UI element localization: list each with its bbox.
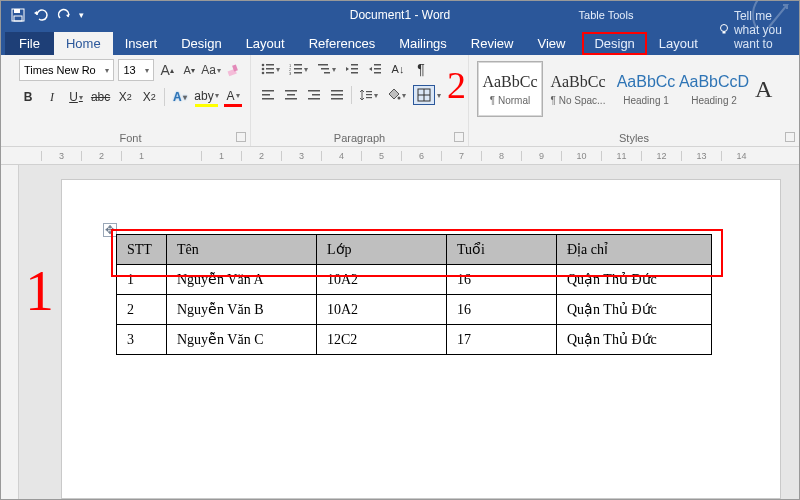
decrease-indent-button[interactable] (343, 59, 361, 79)
tab-layout[interactable]: Layout (234, 32, 297, 55)
vertical-ruler[interactable] (1, 165, 19, 499)
svg-point-44 (398, 97, 401, 100)
table-row[interactable]: 1 Nguyễn Văn A 10A2 16 Quận Thủ Đức (117, 265, 712, 295)
lightbulb-icon (718, 23, 730, 38)
svg-rect-40 (331, 98, 343, 100)
style-heading2[interactable]: AaBbCcD Heading 2 (681, 61, 747, 117)
svg-rect-15 (294, 64, 302, 66)
bullets-button[interactable]: ▾ (259, 59, 282, 79)
font-name-combo[interactable]: Times New Ro▾ (19, 59, 114, 81)
group-paragraph: ▾ 123▾ ▾ A↓ ¶ ▾ ▾ ▾ Paragraph (251, 55, 469, 146)
svg-rect-43 (366, 97, 372, 98)
table-header-row[interactable]: STT Tên Lớp Tuổi Địa chỉ (117, 235, 712, 265)
undo-icon[interactable] (33, 8, 49, 22)
clear-formatting-button[interactable] (224, 61, 242, 79)
shading-button[interactable]: ▾ (385, 85, 408, 105)
italic-button[interactable]: I (43, 87, 61, 107)
qat-more-icon[interactable]: ▾ (79, 10, 84, 20)
svg-rect-26 (374, 64, 381, 66)
bold-button[interactable]: B (19, 87, 37, 107)
page[interactable]: ✥ STT Tên Lớp Tuổi Địa chỉ 1 Nguyễn Văn … (61, 179, 781, 499)
multilevel-button[interactable]: ▾ (315, 59, 338, 79)
tab-design[interactable]: Design (169, 32, 233, 55)
highlight-button[interactable]: aby▾ (195, 87, 218, 107)
subscript-button[interactable]: X2 (116, 87, 134, 107)
svg-text:3: 3 (289, 71, 292, 75)
font-dialog-launcher[interactable] (236, 132, 246, 142)
table-row[interactable]: 2 Nguyễn Văn B 10A2 16 Quận Thủ Đức (117, 295, 712, 325)
justify-button[interactable] (328, 85, 346, 105)
svg-rect-20 (318, 64, 328, 66)
svg-rect-13 (266, 72, 274, 74)
line-spacing-button[interactable]: ▾ (357, 85, 380, 105)
annotation-2: 2 (447, 63, 466, 107)
change-case-button[interactable]: Aa▾ (202, 61, 220, 79)
align-right-button[interactable] (305, 85, 323, 105)
tab-table-layout[interactable]: Layout (647, 32, 710, 55)
grow-font-button[interactable]: A▴ (158, 61, 176, 79)
group-label-paragraph: Paragraph (251, 132, 468, 144)
header-diachi[interactable]: Địa chỉ (557, 235, 712, 265)
borders-button[interactable] (413, 85, 435, 105)
group-styles: AaBbCc ¶ Normal AaBbCc ¶ No Spac... AaBb… (469, 55, 799, 146)
table-move-handle[interactable]: ✥ (103, 223, 117, 237)
redo-icon[interactable] (57, 8, 71, 22)
styles-dialog-launcher[interactable] (785, 132, 795, 142)
align-center-button[interactable] (282, 85, 300, 105)
svg-rect-17 (294, 68, 302, 70)
shrink-font-button[interactable]: A▾ (180, 61, 198, 79)
header-ten[interactable]: Tên (167, 235, 317, 265)
svg-rect-27 (374, 68, 381, 70)
text-effects-button[interactable]: A▾ (171, 87, 189, 107)
tab-insert[interactable]: Insert (113, 32, 170, 55)
tab-file[interactable]: File (5, 32, 54, 55)
svg-rect-29 (262, 90, 274, 92)
sort-button[interactable]: A↓ (389, 59, 407, 79)
tab-table-design[interactable]: Design (582, 32, 646, 55)
svg-rect-38 (331, 90, 343, 92)
svg-rect-32 (285, 90, 297, 92)
chevron-down-icon: ▾ (145, 66, 149, 75)
strikethrough-button[interactable]: abc (91, 87, 110, 107)
style-no-spacing[interactable]: AaBbCc ¶ No Spac... (545, 61, 611, 117)
tell-me[interactable]: Tell me what you want to (710, 5, 799, 55)
tab-references[interactable]: References (297, 32, 387, 55)
ribbon: Times New Ro▾ 13▾ A▴ A▾ Aa▾ B I U▾ abc X… (1, 55, 799, 147)
chevron-down-icon: ▾ (105, 66, 109, 75)
document-table[interactable]: STT Tên Lớp Tuổi Địa chỉ 1 Nguyễn Văn A … (116, 234, 712, 355)
underline-button[interactable]: U▾ (67, 87, 85, 107)
style-heading1[interactable]: AaBbCc Heading 1 (613, 61, 679, 117)
svg-rect-41 (366, 91, 372, 92)
show-marks-button[interactable]: ¶ (412, 59, 430, 79)
font-size-combo[interactable]: 13▾ (118, 59, 154, 81)
group-label-font: Font (11, 132, 250, 144)
style-normal[interactable]: AaBbCc ¶ Normal (477, 61, 543, 117)
table-row[interactable]: 3 Nguyễn Văn C 12C2 17 Quận Thủ Đức (117, 325, 712, 355)
header-lop[interactable]: Lớp (317, 235, 447, 265)
group-label-styles: Styles (469, 132, 799, 144)
tab-review[interactable]: Review (459, 32, 526, 55)
superscript-button[interactable]: X2 (140, 87, 158, 107)
svg-rect-1 (14, 9, 20, 13)
save-icon[interactable] (11, 8, 25, 22)
tab-view[interactable]: View (525, 32, 577, 55)
font-color-button[interactable]: A▾ (224, 87, 242, 107)
header-tuoi[interactable]: Tuổi (447, 235, 557, 265)
align-left-button[interactable] (259, 85, 277, 105)
header-stt[interactable]: STT (117, 235, 167, 265)
svg-rect-19 (294, 72, 302, 74)
group-font: Times New Ro▾ 13▾ A▴ A▾ Aa▾ B I U▾ abc X… (11, 55, 251, 146)
svg-rect-11 (266, 68, 274, 70)
paragraph-dialog-launcher[interactable] (454, 132, 464, 142)
tab-mailings[interactable]: Mailings (387, 32, 459, 55)
svg-rect-9 (266, 64, 274, 66)
increase-indent-button[interactable] (366, 59, 384, 79)
numbering-button[interactable]: 123▾ (287, 59, 310, 79)
svg-point-12 (262, 72, 265, 75)
svg-rect-37 (308, 98, 320, 100)
tab-home[interactable]: Home (54, 32, 113, 55)
svg-rect-5 (722, 31, 725, 33)
ribbon-tabs: File Home Insert Design Layout Reference… (1, 29, 799, 55)
horizontal-ruler[interactable]: 3211234567891011121314 (1, 147, 799, 165)
svg-rect-39 (331, 94, 343, 96)
